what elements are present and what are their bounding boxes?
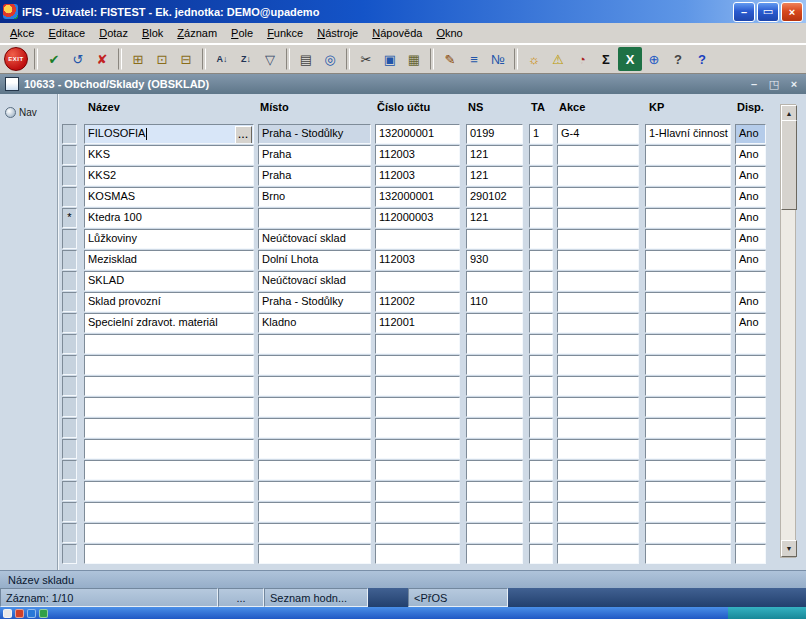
cell-ns[interactable] <box>466 334 523 354</box>
cell-nazev[interactable] <box>84 544 254 564</box>
record-selector[interactable] <box>62 481 77 501</box>
cell-misto[interactable]: Dolní Lhota <box>258 250 371 270</box>
cell-misto[interactable] <box>258 355 371 375</box>
cell-akce[interactable]: G-4 <box>557 124 639 144</box>
cell-ta[interactable] <box>529 187 553 207</box>
cell-akce[interactable] <box>557 460 639 480</box>
record-selector[interactable] <box>62 250 77 270</box>
cell-disp[interactable] <box>735 460 766 480</box>
cell-akce[interactable] <box>557 502 639 522</box>
cell-cislo-uctu[interactable]: 112001 <box>375 313 460 333</box>
record-selector[interactable] <box>62 292 77 312</box>
cell-kp[interactable] <box>645 439 731 459</box>
cell-kp[interactable] <box>645 334 731 354</box>
cell-disp[interactable]: Ano <box>735 292 766 312</box>
cell-disp[interactable]: Ano <box>735 187 766 207</box>
cell-disp[interactable]: Ano <box>735 166 766 186</box>
cell-ta[interactable] <box>529 355 553 375</box>
cell-ns[interactable] <box>466 229 523 249</box>
cell-akce[interactable] <box>557 187 639 207</box>
toolbar-separator[interactable] <box>286 48 290 70</box>
cell-cislo-uctu[interactable]: 112000003 <box>375 208 460 228</box>
record-selector[interactable] <box>62 460 77 480</box>
warning-icon[interactable]: ⚠ <box>546 47 570 71</box>
cell-ta[interactable] <box>529 376 553 396</box>
cell-ta[interactable] <box>529 544 553 564</box>
cell-akce[interactable] <box>557 229 639 249</box>
cell-disp[interactable]: Ano <box>735 250 766 270</box>
insert-record-icon[interactable]: ⊞ <box>126 47 150 71</box>
cell-nazev[interactable]: Ktedra 100 <box>84 208 254 228</box>
menu-item[interactable]: Pole <box>225 25 259 41</box>
cell-ns[interactable] <box>466 376 523 396</box>
record-selector[interactable] <box>62 376 77 396</box>
cell-nazev[interactable]: FILOSOFIA... <box>84 124 254 144</box>
excel-icon[interactable]: X <box>618 47 642 71</box>
record-selector[interactable] <box>62 439 77 459</box>
cell-kp[interactable] <box>645 292 731 312</box>
cell-ta[interactable] <box>529 481 553 501</box>
taskbar-icon[interactable] <box>39 609 48 618</box>
cell-cislo-uctu[interactable]: 112003 <box>375 166 460 186</box>
cell-akce[interactable] <box>557 523 639 543</box>
cell-kp[interactable] <box>645 229 731 249</box>
cell-cislo-uctu[interactable] <box>375 334 460 354</box>
cell-kp[interactable] <box>645 460 731 480</box>
cell-ns[interactable]: 121 <box>466 145 523 165</box>
cell-ns[interactable]: 121 <box>466 166 523 186</box>
record-selector[interactable] <box>62 334 77 354</box>
cell-nazev[interactable] <box>84 334 254 354</box>
taskbar-icon[interactable] <box>27 609 36 618</box>
cell-akce[interactable] <box>557 292 639 312</box>
cell-ns[interactable]: 110 <box>466 292 523 312</box>
cell-nazev[interactable] <box>84 439 254 459</box>
help-icon[interactable]: ? <box>690 47 714 71</box>
cell-nazev[interactable]: Specielní zdravot. materiál <box>84 313 254 333</box>
cell-cislo-uctu[interactable] <box>375 229 460 249</box>
count-query-icon[interactable]: № <box>486 47 510 71</box>
cell-kp[interactable]: 1-Hlavní činnost <box>645 124 731 144</box>
cell-akce[interactable] <box>557 418 639 438</box>
cell-ta[interactable] <box>529 208 553 228</box>
cell-ta[interactable] <box>529 229 553 249</box>
rollback-icon[interactable]: ↺ <box>66 47 90 71</box>
cell-ta[interactable]: 1 <box>529 124 553 144</box>
cell-misto[interactable] <box>258 439 371 459</box>
save-icon[interactable]: ✔ <box>42 47 66 71</box>
cell-ns[interactable] <box>466 397 523 417</box>
cell-disp[interactable] <box>735 376 766 396</box>
menu-item[interactable]: Blok <box>136 25 169 41</box>
cell-kp[interactable] <box>645 523 731 543</box>
gauge-icon[interactable]: ◔ <box>570 47 594 71</box>
cell-ns[interactable] <box>466 313 523 333</box>
cell-nazev[interactable] <box>84 355 254 375</box>
cell-akce[interactable] <box>557 397 639 417</box>
cancel-icon[interactable]: ✘ <box>90 47 114 71</box>
cell-ns[interactable] <box>466 460 523 480</box>
cell-ta[interactable] <box>529 523 553 543</box>
cell-disp[interactable]: Ano <box>735 229 766 249</box>
cell-ns[interactable] <box>466 544 523 564</box>
sort-asc-icon[interactable]: A↓ <box>210 47 234 71</box>
toolbar-separator[interactable] <box>118 48 122 70</box>
cell-kp[interactable] <box>645 166 731 186</box>
cell-cislo-uctu[interactable]: 132000001 <box>375 187 460 207</box>
cell-cislo-uctu[interactable] <box>375 271 460 291</box>
enter-query-icon[interactable]: ✎ <box>438 47 462 71</box>
record-selector[interactable]: * <box>62 208 77 228</box>
context-help-icon[interactable]: ? <box>666 47 690 71</box>
cell-cislo-uctu[interactable] <box>375 376 460 396</box>
cell-ta[interactable] <box>529 439 553 459</box>
menu-item[interactable]: Akce <box>4 25 40 41</box>
record-selector[interactable] <box>62 313 77 333</box>
cell-ns[interactable] <box>466 523 523 543</box>
cell-cislo-uctu[interactable]: 112003 <box>375 250 460 270</box>
cell-akce[interactable] <box>557 544 639 564</box>
lov-button[interactable]: ... <box>235 126 252 144</box>
cell-akce[interactable] <box>557 376 639 396</box>
cell-kp[interactable] <box>645 376 731 396</box>
execute-query-icon[interactable]: ≡ <box>462 47 486 71</box>
menu-item[interactable]: Okno <box>430 25 468 41</box>
cell-ns[interactable] <box>466 481 523 501</box>
cell-nazev[interactable]: KKS2 <box>84 166 254 186</box>
